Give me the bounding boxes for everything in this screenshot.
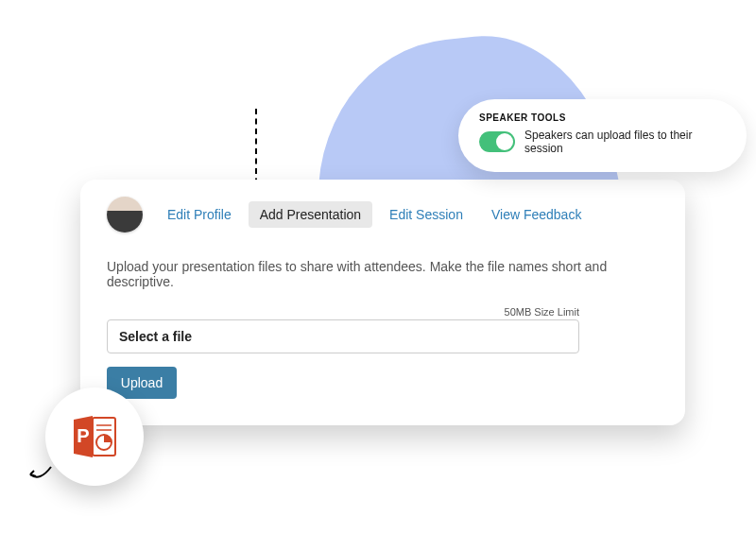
toggle-row: Speakers can upload files to their sessi… <box>479 129 726 155</box>
upload-button-label: Upload <box>121 375 163 390</box>
arrow-icon <box>26 465 53 484</box>
avatar[interactable] <box>107 197 143 232</box>
upload-instructions: Upload your presentation files to share … <box>107 259 659 289</box>
toggle-label: Speakers can upload files to their sessi… <box>524 129 726 155</box>
toggle-knob <box>496 133 513 150</box>
size-limit-label: 50MB Size Limit <box>107 306 579 318</box>
powerpoint-icon: P <box>68 410 121 463</box>
tab-view-feedback[interactable]: View Feedback <box>480 201 593 228</box>
svg-text:P: P <box>77 425 89 446</box>
powerpoint-badge: P <box>45 387 144 486</box>
speaker-tools-title: SPEAKER TOOLS <box>479 112 726 123</box>
file-placeholder: Select a file <box>119 329 192 344</box>
upload-files-toggle[interactable] <box>479 131 515 152</box>
file-select-input[interactable]: Select a file <box>107 319 579 353</box>
speaker-tools-card: SPEAKER TOOLS Speakers can upload files … <box>458 99 747 172</box>
main-card: Edit Profile Add Presentation Edit Sessi… <box>80 180 685 425</box>
tab-edit-profile[interactable]: Edit Profile <box>156 201 243 228</box>
tab-edit-session[interactable]: Edit Session <box>378 201 474 228</box>
tab-row: Edit Profile Add Presentation Edit Sessi… <box>107 197 659 232</box>
tab-add-presentation[interactable]: Add Presentation <box>249 201 372 228</box>
